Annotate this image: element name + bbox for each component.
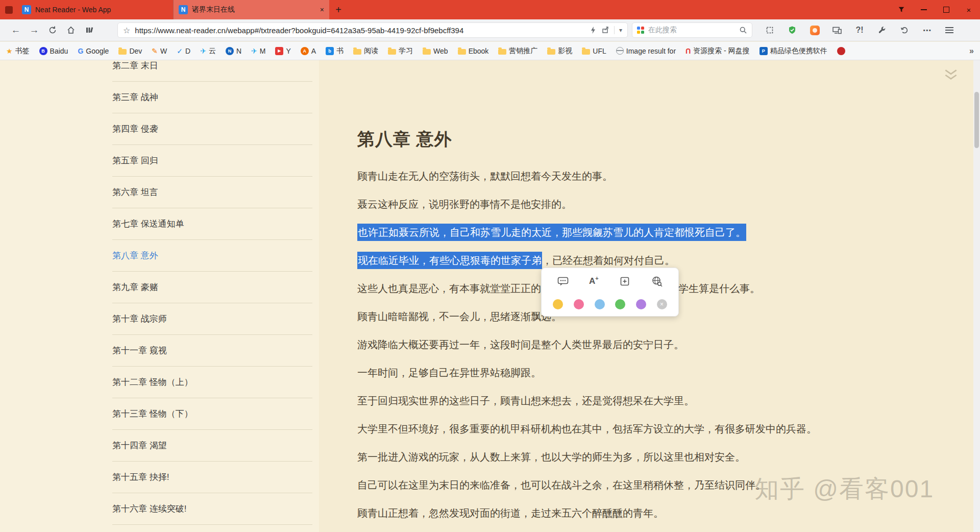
bookmark-item[interactable]: 影视	[547, 46, 572, 56]
bookmark-item[interactable]: ✓D	[177, 47, 190, 55]
bookmark-label: 营销推广	[509, 46, 537, 56]
bookmark-item[interactable]: ▶Y	[275, 47, 290, 55]
copy-button[interactable]	[619, 275, 631, 287]
bookmark-item[interactable]: 阅读	[353, 46, 378, 56]
collapse-toolbar-button[interactable]	[943, 68, 959, 84]
highlight-color-row: ×	[542, 295, 678, 314]
favorite-star-icon[interactable]: ☆	[123, 26, 130, 35]
highlight-color-yellow[interactable]	[553, 299, 563, 309]
web-search-button[interactable]	[651, 275, 663, 287]
scrollbar-track[interactable]	[973, 60, 980, 532]
feedback-button[interactable]: ?!	[849, 21, 870, 39]
share-icon[interactable]	[601, 26, 609, 34]
search-box[interactable]: 在此搜索	[632, 22, 752, 38]
toc-chapter-item[interactable]: 第九章 豪赌	[112, 272, 312, 303]
bookmark-label: 阅读	[364, 46, 378, 56]
paragraph: 大学里不但环境好，很多重要的机甲科研机构也在其中，包括军方设立的大学，有很多研发…	[357, 415, 817, 443]
bookmark-item[interactable]: Dev	[118, 47, 142, 55]
send-to-device-button[interactable]	[827, 21, 847, 39]
url-text: https://www.neat-reader.cn/webapp#/txtre…	[135, 26, 585, 35]
lightning-icon[interactable]	[590, 26, 597, 34]
toc-chapter-item[interactable]: 第十一章 窥视	[112, 335, 312, 367]
tools-button[interactable]	[872, 21, 892, 39]
restore-session-button[interactable]	[894, 21, 915, 39]
screenshot-icon	[765, 26, 774, 35]
toc-chapter-item[interactable]: 第五章 回归	[112, 145, 312, 177]
scrollbar-thumb[interactable]	[974, 92, 979, 148]
remove-highlight-icon[interactable]: ×	[657, 299, 667, 309]
wrench-icon	[877, 26, 887, 35]
bookmark-item[interactable]: P精品绿色便携软件	[760, 46, 827, 56]
highlight-color-green[interactable]	[615, 299, 625, 309]
chapter-title: 第八章 意外	[357, 128, 452, 151]
bookmark-label: 学习	[399, 46, 413, 56]
security-shield-button[interactable]	[782, 21, 802, 39]
refresh-button[interactable]	[44, 21, 61, 39]
toc-chapter-item[interactable]: 第十五章 抉择!	[112, 462, 312, 493]
screenshot-button[interactable]	[760, 21, 780, 39]
bookmark-item[interactable]: 学习	[388, 46, 413, 56]
search-input[interactable]: 在此搜索	[648, 26, 735, 35]
highlight-color-blue[interactable]	[595, 299, 605, 309]
promo-button[interactable]	[804, 21, 825, 39]
bookmark-item[interactable]: ✎W	[152, 47, 167, 55]
bookmark-item[interactable]: Web	[423, 47, 448, 55]
browser-logo	[5, 6, 13, 14]
bookmark-item[interactable]: b书	[326, 46, 344, 56]
back-button[interactable]: ←	[7, 21, 24, 39]
address-bar[interactable]: ☆ https://www.neat-reader.cn/webapp#/txt…	[117, 22, 628, 38]
bookmark-item[interactable]: ✈M	[251, 47, 265, 55]
bookmark-item[interactable]: BBaidu	[39, 47, 68, 55]
toc-chapter-item[interactable]: 第十四章 渴望	[112, 430, 312, 462]
browser-tab[interactable]: N诸界末日在线×	[173, 0, 329, 19]
globe-icon	[616, 47, 624, 55]
forward-button[interactable]: →	[26, 21, 43, 39]
new-tab-button[interactable]: +	[329, 0, 348, 19]
browser-tab[interactable]: NNeat Reader - Web App	[17, 0, 173, 19]
toc-chapter-item[interactable]: 第十六章 连续突破!	[112, 493, 312, 525]
highlight-color-pink[interactable]	[574, 299, 584, 309]
bookmark-item[interactable]: ★书签	[6, 46, 30, 56]
search-icon[interactable]	[739, 26, 747, 34]
menu-button[interactable]	[939, 21, 960, 39]
devices-icon	[832, 26, 842, 35]
bookmark-item[interactable]: Ebook	[458, 47, 489, 55]
bookmark-item[interactable]: 营销推广	[498, 46, 537, 56]
refresh-icon	[48, 26, 57, 35]
bookmark-item[interactable]: UFL	[582, 47, 606, 55]
folder-icon	[118, 49, 127, 55]
home-icon	[66, 26, 76, 35]
shield-icon	[788, 26, 797, 35]
tab-close-icon[interactable]: ×	[320, 6, 324, 14]
toc-chapter-item[interactable]: 第六章 坦言	[112, 177, 312, 208]
bookmarks-overflow-icon[interactable]: »	[969, 46, 974, 56]
minimize-button[interactable]	[913, 0, 935, 19]
toc-chapter-item[interactable]: 第八章 意外	[112, 240, 312, 272]
funnel-icon[interactable]	[890, 0, 913, 19]
toc-chapter-item[interactable]: 第四章 侵袭	[112, 113, 312, 145]
bookmark-item[interactable]: GGoogle	[78, 47, 109, 55]
toc-chapter-item[interactable]: 第十章 战宗师	[112, 303, 312, 335]
site-icon: A	[301, 47, 309, 55]
highlight-style-button[interactable]: A+	[589, 276, 599, 287]
more-button[interactable]: ⋯	[917, 21, 937, 39]
bookmark-item[interactable]	[837, 47, 845, 55]
note-button[interactable]	[557, 275, 569, 287]
home-button[interactable]	[62, 21, 80, 39]
highlight-color-purple[interactable]	[636, 299, 646, 309]
close-button[interactable]: ×	[958, 0, 980, 19]
bookmark-label: Web	[433, 47, 448, 55]
toc-chapter-item[interactable]: 第十二章 怪物（上）	[112, 367, 312, 398]
bookmark-item[interactable]: ✈云	[200, 46, 216, 56]
maximize-button[interactable]	[935, 0, 958, 19]
bookmark-item[interactable]: U资源搜索 - 网盘搜	[685, 46, 750, 56]
search-engine-icon[interactable]	[637, 27, 644, 34]
toc-chapter-item[interactable]: 第十三章 怪物（下）	[112, 398, 312, 430]
toc-chapter-item[interactable]: 第三章 战神	[112, 82, 312, 113]
bookmark-item[interactable]: NN	[226, 47, 241, 55]
reading-mode-button[interactable]	[81, 21, 98, 39]
bookmark-item[interactable]: Image result for	[616, 47, 676, 55]
toc-chapter-item[interactable]: 第七章 保送通知单	[112, 208, 312, 240]
address-dropdown-icon[interactable]: ▾	[619, 27, 622, 34]
bookmark-item[interactable]: AA	[301, 47, 316, 55]
